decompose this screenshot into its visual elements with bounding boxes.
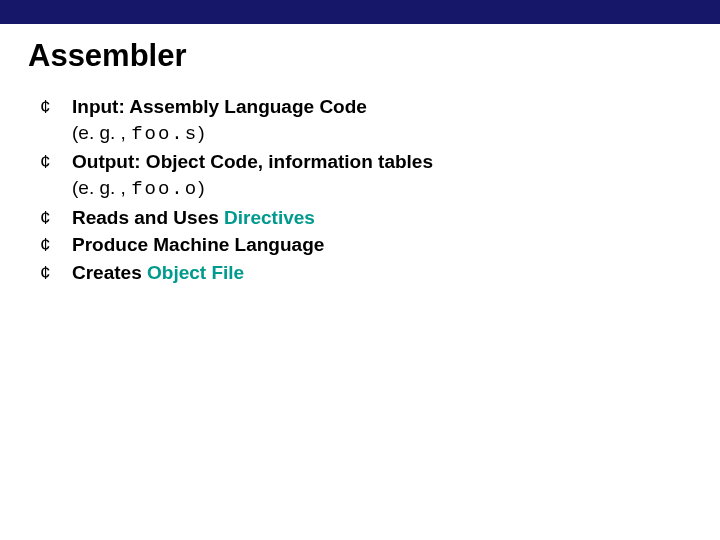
list-item: Creates Object File xyxy=(34,260,720,286)
list-item: Reads and Uses Directives xyxy=(34,205,720,231)
item-example: (e. g. , foo.o) xyxy=(72,177,204,198)
content-area: Input: Assembly Language Code (e. g. , f… xyxy=(0,74,720,285)
list-item: Output: Object Code, information tables … xyxy=(34,149,720,202)
item-lead: Creates xyxy=(72,262,147,283)
slide-title: Assembler xyxy=(0,24,720,74)
eg-prefix: (e. g. , xyxy=(72,122,131,143)
list-item: Produce Machine Language xyxy=(34,232,720,258)
bullet-list: Input: Assembly Language Code (e. g. , f… xyxy=(34,94,720,285)
item-lead: Produce Machine Language xyxy=(72,234,324,255)
eg-code: foo.s xyxy=(131,123,198,145)
eg-suffix: ) xyxy=(198,122,204,143)
item-example: (e. g. , foo.s) xyxy=(72,122,204,143)
item-lead: Reads and Uses xyxy=(72,207,224,228)
header-bar xyxy=(0,0,720,24)
item-lead: Input: Assembly Language Code xyxy=(72,96,367,117)
eg-code: foo.o xyxy=(131,178,198,200)
item-highlight: Directives xyxy=(224,207,315,228)
eg-suffix: ) xyxy=(198,177,204,198)
item-highlight: Object File xyxy=(147,262,244,283)
item-lead: Output: Object Code, information tables xyxy=(72,151,433,172)
list-item: Input: Assembly Language Code (e. g. , f… xyxy=(34,94,720,147)
eg-prefix: (e. g. , xyxy=(72,177,131,198)
